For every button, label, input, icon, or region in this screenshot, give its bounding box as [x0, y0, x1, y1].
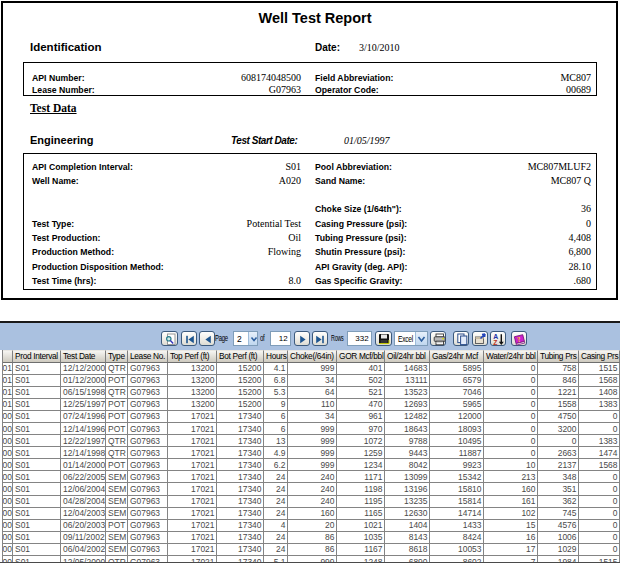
- svg-text:Z: Z: [493, 339, 497, 346]
